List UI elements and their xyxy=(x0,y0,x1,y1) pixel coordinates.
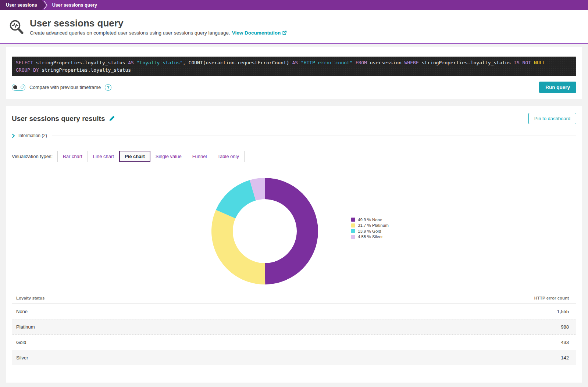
query-token-id: usersession xyxy=(370,60,405,65)
cell-http-error-count: 142 xyxy=(263,350,576,365)
query-token-kw: AS xyxy=(128,60,136,65)
compare-timeframe-toggle[interactable] xyxy=(12,84,25,91)
query-token-kw: FROM xyxy=(356,60,370,65)
pie-chart-area: 49.9 % None31.7 % Platinum13.9 % Gold4.5… xyxy=(12,164,576,290)
pin-to-dashboard-button[interactable]: Pin to dashboard xyxy=(528,113,576,124)
information-label[interactable]: Information (2) xyxy=(18,133,47,138)
cell-http-error-count: 1,555 xyxy=(263,304,576,319)
view-documentation-label: View Documentation xyxy=(232,30,281,36)
column-header-http-error-count[interactable]: HTTP error count xyxy=(263,293,576,304)
cell-http-error-count: 988 xyxy=(263,319,576,334)
cell-loyalty-status: Silver xyxy=(12,350,263,365)
legend-label: 13.9 % Gold xyxy=(358,229,381,233)
cell-loyalty-status: None xyxy=(12,304,263,319)
information-divider xyxy=(52,136,576,136)
viz-type-pie-chart[interactable]: Pie chart xyxy=(119,151,150,162)
table-header-row: Loyalty status HTTP error count xyxy=(12,293,576,304)
query-token-null: NULL xyxy=(534,60,545,65)
breadcrumb-item-user-sessions[interactable]: User sessions xyxy=(0,0,46,10)
query-card: SELECT stringProperties.loyalty_status A… xyxy=(6,47,582,99)
results-card: User sessions query results Pin to dashb… xyxy=(6,106,582,383)
legend-item-none[interactable]: 49.9 % None xyxy=(351,217,389,223)
legend-swatch xyxy=(351,218,355,222)
query-token-str: "Loyalty status" xyxy=(137,60,183,65)
page-header: User sessions query Create advanced quer… xyxy=(0,10,588,44)
query-token-kw: AS xyxy=(292,60,300,65)
breadcrumb-label: User sessions query xyxy=(52,3,97,8)
query-editor[interactable]: SELECT stringProperties.loyalty_status A… xyxy=(12,57,576,76)
cell-loyalty-status: Gold xyxy=(12,334,263,350)
query-token-id: , COUNT(useraction.requestErrorCount) xyxy=(183,60,292,65)
breadcrumb-item-user-sessions-query[interactable]: User sessions query xyxy=(48,0,101,10)
cell-http-error-count: 433 xyxy=(263,334,576,350)
query-token-id: stringProperties.loyalty_status xyxy=(422,60,514,65)
viz-type-funnel[interactable]: Funnel xyxy=(187,151,213,162)
table-row-gold[interactable]: Gold433 xyxy=(12,334,576,350)
query-token-str: "HTTP error count" xyxy=(301,60,353,65)
information-expand-chevron-icon[interactable] xyxy=(12,133,15,138)
run-query-button[interactable]: Run query xyxy=(539,82,576,93)
toggle-knob-off xyxy=(21,86,24,89)
page-title: User sessions query xyxy=(30,18,287,29)
legend-item-silver[interactable]: 4.55 % Silver xyxy=(351,234,389,240)
help-icon[interactable]: ? xyxy=(105,84,111,91)
results-table: Loyalty status HTTP error count None1,55… xyxy=(12,293,576,365)
toggle-knob xyxy=(13,85,17,89)
cell-loyalty-status: Platinum xyxy=(12,319,263,334)
visualization-type-buttons: Bar chartLine chartPie chartSingle value… xyxy=(57,151,245,162)
query-token-id xyxy=(353,60,356,65)
query-token-kw: GROUP BY xyxy=(16,67,42,73)
viz-type-bar-chart[interactable]: Bar chart xyxy=(57,151,88,162)
legend-label: 49.9 % None xyxy=(358,218,382,222)
chart-legend: 49.9 % None31.7 % Platinum13.9 % Gold4.5… xyxy=(351,217,389,240)
column-header-loyalty-status[interactable]: Loyalty status xyxy=(12,293,263,304)
query-token-id: stringProperties.loyalty_status xyxy=(42,67,131,73)
pie-slice-platinum[interactable] xyxy=(211,210,265,284)
viz-type-table-only[interactable]: Table only xyxy=(212,151,245,162)
table-row-none[interactable]: None1,555 xyxy=(12,304,576,319)
viz-type-line-chart[interactable]: Line chart xyxy=(88,151,120,162)
legend-item-platinum[interactable]: 31.7 % Platinum xyxy=(351,223,389,229)
donut-chart xyxy=(211,178,318,285)
legend-item-gold[interactable]: 13.9 % Gold xyxy=(351,228,389,234)
table-row-silver[interactable]: Silver142 xyxy=(12,350,576,365)
table-row-platinum[interactable]: Platinum988 xyxy=(12,319,576,334)
query-token-kw: WHERE xyxy=(405,60,422,65)
viz-type-single-value[interactable]: Single value xyxy=(150,151,187,162)
query-token-kw: IS NOT xyxy=(514,60,534,65)
breadcrumb: User sessions User sessions query xyxy=(0,0,588,10)
results-title: User sessions query results xyxy=(12,115,105,123)
pie-slice-none[interactable] xyxy=(265,178,318,284)
visualization-types-label: Visualization types: xyxy=(12,154,53,159)
query-token-id: stringProperties.loyalty_status xyxy=(36,60,128,65)
compare-timeframe-label: Compare with previous timeframe xyxy=(29,85,101,90)
external-link-icon xyxy=(282,31,287,35)
legend-swatch xyxy=(351,235,355,239)
legend-label: 31.7 % Platinum xyxy=(358,223,389,227)
query-token-kw: SELECT xyxy=(16,60,36,65)
legend-label: 4.55 % Silver xyxy=(358,234,383,239)
edit-title-pencil-icon[interactable] xyxy=(109,115,115,122)
view-documentation-link[interactable]: View Documentation xyxy=(232,30,287,36)
breadcrumb-label: User sessions xyxy=(6,3,37,8)
legend-swatch xyxy=(351,229,355,233)
page-subtitle: Create advanced queries on completed use… xyxy=(30,30,230,36)
legend-swatch xyxy=(351,223,355,227)
session-query-magnifier-icon xyxy=(8,19,25,37)
